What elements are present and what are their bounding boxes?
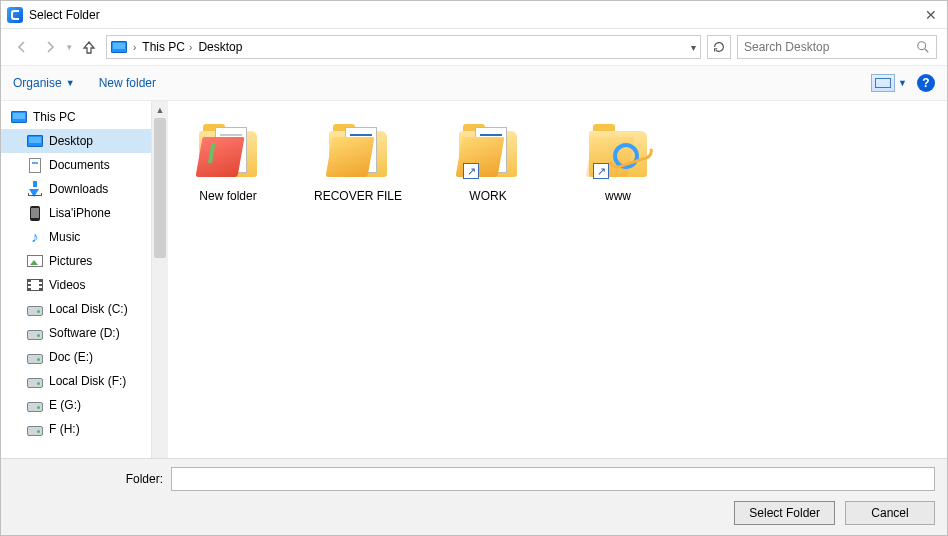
- view-icon: [871, 74, 895, 92]
- help-button[interactable]: ?: [917, 74, 935, 92]
- main-area: This PC Desktop Documents Downloads Lisa…: [1, 101, 947, 489]
- search-input[interactable]: Search Desktop: [737, 35, 937, 59]
- pc-icon: [11, 111, 27, 123]
- pc-icon: [111, 41, 127, 53]
- tree-root-this-pc[interactable]: This PC: [11, 105, 151, 129]
- tree-label: Documents: [49, 158, 110, 172]
- folder-field-label: Folder:: [13, 472, 163, 486]
- chevron-down-icon: ▼: [898, 78, 907, 88]
- tree-item-drive-d[interactable]: Software (D:): [11, 321, 151, 345]
- scroll-thumb[interactable]: [154, 118, 166, 258]
- svg-point-0: [918, 42, 926, 50]
- drive-icon: [27, 330, 43, 340]
- tree-label: Lisa'iPhone: [49, 206, 111, 220]
- tree-label: Software (D:): [49, 326, 120, 340]
- title-bar: Select Folder ✕: [1, 1, 947, 29]
- nav-tree: This PC Desktop Documents Downloads Lisa…: [1, 101, 151, 489]
- chevron-right-icon: ›: [189, 42, 192, 53]
- tree-item-drive-h[interactable]: F (H:): [11, 417, 151, 441]
- tree-label: E (G:): [49, 398, 81, 412]
- search-icon: [916, 40, 930, 54]
- drive-icon: [27, 426, 43, 436]
- folder-label: RECOVER FILE: [308, 189, 408, 203]
- crumb-label: Desktop: [198, 40, 242, 54]
- tree-item-documents[interactable]: Documents: [11, 153, 151, 177]
- ie-icon: [613, 143, 639, 169]
- tree-item-music[interactable]: ♪ Music: [11, 225, 151, 249]
- folder-icon: ↗: [453, 121, 523, 183]
- up-button[interactable]: [78, 36, 100, 58]
- folder-label: New folder: [178, 189, 278, 203]
- refresh-button[interactable]: [707, 35, 731, 59]
- shortcut-overlay-icon: ↗: [593, 163, 609, 179]
- dialog-footer: Folder: Select Folder Cancel: [1, 458, 947, 535]
- tree-item-drive-g[interactable]: E (G:): [11, 393, 151, 417]
- drive-icon: [27, 354, 43, 364]
- tree-item-iphone[interactable]: Lisa'iPhone: [11, 201, 151, 225]
- folder-item-work[interactable]: ↗ WORK: [438, 121, 538, 203]
- back-button[interactable]: [11, 36, 33, 58]
- tree-label: Videos: [49, 278, 85, 292]
- tree-label: Desktop: [49, 134, 93, 148]
- crumb-label: This PC: [142, 40, 185, 54]
- chevron-down-icon: ▼: [66, 78, 75, 88]
- tree-scrollbar[interactable]: ▲ ▼: [151, 101, 168, 489]
- shortcut-overlay-icon: ↗: [463, 163, 479, 179]
- folder-icon: [193, 121, 263, 183]
- organise-button[interactable]: Organise ▼: [13, 76, 75, 90]
- svg-line-1: [925, 49, 929, 53]
- recent-dropdown-icon[interactable]: ▾: [67, 42, 72, 52]
- tree-label: Music: [49, 230, 80, 244]
- forward-button[interactable]: [39, 36, 61, 58]
- tree-item-drive-f[interactable]: Local Disk (F:): [11, 369, 151, 393]
- tree-item-drive-c[interactable]: Local Disk (C:): [11, 297, 151, 321]
- phone-icon: [30, 206, 40, 221]
- tree-label: Pictures: [49, 254, 92, 268]
- tree-label: This PC: [33, 110, 76, 124]
- view-mode-button[interactable]: ▼: [871, 74, 907, 92]
- folder-item-recover-file[interactable]: RECOVER FILE: [308, 121, 408, 203]
- document-icon: [29, 158, 41, 173]
- drive-icon: [27, 378, 43, 388]
- close-button[interactable]: ✕: [901, 7, 941, 23]
- search-placeholder: Search Desktop: [744, 40, 829, 54]
- tree-item-pictures[interactable]: Pictures: [11, 249, 151, 273]
- folder-item-www[interactable]: ↗ www: [568, 121, 668, 203]
- tree-label: Downloads: [49, 182, 108, 196]
- folder-icon: [323, 121, 393, 183]
- crumb-desktop[interactable]: Desktop: [198, 40, 242, 54]
- drive-icon: [27, 306, 43, 316]
- toolbar: Organise ▼ New folder ▼ ?: [1, 65, 947, 101]
- folder-item-new-folder[interactable]: New folder: [178, 121, 278, 203]
- folder-label: www: [568, 189, 668, 203]
- chevron-right-icon: ›: [133, 42, 136, 53]
- new-folder-button[interactable]: New folder: [99, 76, 156, 90]
- desktop-icon: [27, 135, 43, 147]
- window-title: Select Folder: [29, 8, 901, 22]
- tree-item-drive-e[interactable]: Doc (E:): [11, 345, 151, 369]
- address-bar[interactable]: › This PC› Desktop ▾: [106, 35, 701, 59]
- scroll-up-icon[interactable]: ▲: [152, 101, 168, 118]
- tree-label: Local Disk (F:): [49, 374, 126, 388]
- app-icon: [7, 7, 23, 23]
- nav-row: ▾ › This PC› Desktop ▾ Search Desktop: [1, 29, 947, 65]
- folder-label: WORK: [438, 189, 538, 203]
- tree-label: F (H:): [49, 422, 80, 436]
- tree-label: Local Disk (C:): [49, 302, 128, 316]
- folder-name-input[interactable]: [171, 467, 935, 491]
- tree-item-desktop[interactable]: Desktop: [1, 129, 151, 153]
- music-icon: ♪: [27, 229, 43, 245]
- pictures-icon: [27, 255, 43, 267]
- tree-label: Doc (E:): [49, 350, 93, 364]
- tree-item-downloads[interactable]: Downloads: [11, 177, 151, 201]
- address-dropdown-icon[interactable]: ▾: [691, 42, 696, 53]
- content-pane[interactable]: New folder RECOVER FILE ↗ WORK: [168, 101, 947, 489]
- video-icon: [27, 279, 43, 291]
- organise-label: Organise: [13, 76, 62, 90]
- tree-item-videos[interactable]: Videos: [11, 273, 151, 297]
- new-folder-label: New folder: [99, 76, 156, 90]
- folder-icon: ↗: [583, 121, 653, 183]
- select-folder-button[interactable]: Select Folder: [734, 501, 835, 525]
- crumb-this-pc[interactable]: This PC›: [142, 40, 192, 54]
- cancel-button[interactable]: Cancel: [845, 501, 935, 525]
